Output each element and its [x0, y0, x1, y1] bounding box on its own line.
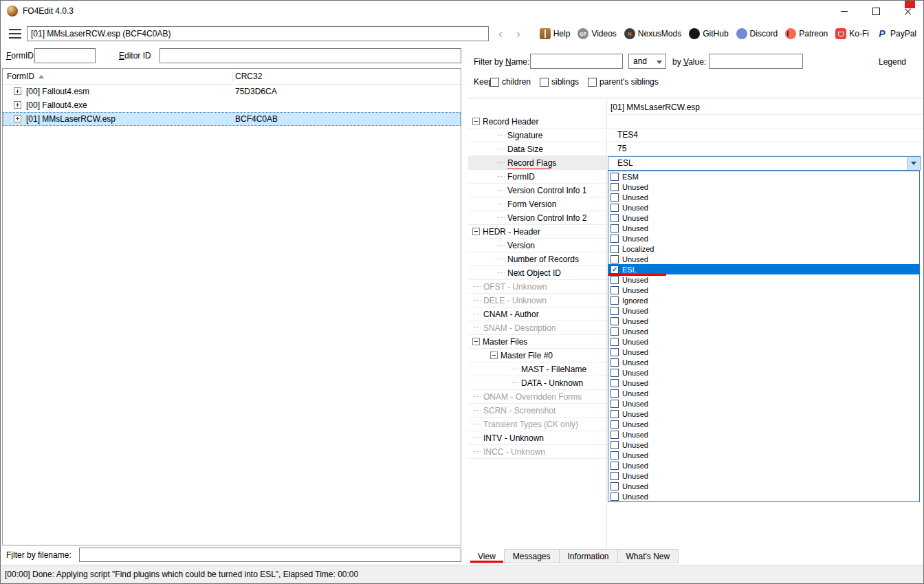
- field-row[interactable]: Master Files: [468, 335, 606, 349]
- flag-option[interactable]: ESL: [608, 264, 919, 274]
- field-row[interactable]: Record Flags: [468, 156, 606, 170]
- checkbox-icon[interactable]: [610, 431, 619, 439]
- checkbox-icon[interactable]: [610, 441, 619, 449]
- flag-option[interactable]: Unused: [608, 326, 919, 336]
- field-row[interactable]: Next Object ID: [468, 266, 606, 280]
- column-divider[interactable]: [232, 71, 233, 82]
- bottom-tab[interactable]: Information: [560, 549, 618, 563]
- collapse-minus-icon[interactable]: [472, 118, 480, 125]
- expand-plus-icon[interactable]: [14, 87, 21, 95]
- field-row[interactable]: Signature: [468, 129, 606, 142]
- checkbox-icon[interactable]: [610, 482, 619, 490]
- bottom-tab[interactable]: What's New: [618, 549, 679, 563]
- flag-option[interactable]: Unused: [608, 419, 919, 429]
- flag-option[interactable]: Localized: [608, 244, 919, 254]
- toolbar-link[interactable]: GP Videos: [578, 28, 616, 39]
- flag-option[interactable]: Unused: [608, 388, 919, 398]
- value-data-size[interactable]: 75: [608, 142, 924, 156]
- checkbox-icon[interactable]: [610, 410, 619, 418]
- checkbox-icon[interactable]: [610, 462, 619, 470]
- filter-name-input[interactable]: [530, 54, 623, 69]
- collapse-minus-icon[interactable]: [490, 352, 498, 359]
- selected-record-input[interactable]: [27, 26, 489, 41]
- checkbox-icon[interactable]: [610, 493, 619, 501]
- flag-option[interactable]: Unused: [608, 254, 919, 264]
- field-row[interactable]: CNAM - Author: [468, 307, 606, 321]
- editorid-input[interactable]: [160, 48, 461, 63]
- flag-option[interactable]: Unused: [608, 481, 919, 491]
- checkbox-icon[interactable]: [610, 235, 619, 243]
- keep-option[interactable]: children: [490, 77, 531, 87]
- field-row[interactable]: Record Header: [468, 115, 606, 129]
- flag-option[interactable]: Unused: [608, 491, 919, 501]
- checkbox-icon[interactable]: [610, 266, 619, 274]
- forward-button[interactable]: ›: [512, 28, 525, 40]
- field-row[interactable]: Version: [468, 239, 606, 252]
- checkbox-icon[interactable]: [610, 472, 619, 480]
- checkbox-icon[interactable]: [610, 400, 619, 408]
- column-header-crc32[interactable]: CRC32: [235, 72, 262, 81]
- checkbox-icon[interactable]: [610, 451, 619, 459]
- flag-option[interactable]: Unused: [608, 429, 919, 440]
- checkbox-icon[interactable]: [610, 214, 619, 222]
- toolbar-link[interactable]: Discord: [736, 28, 778, 39]
- flag-option[interactable]: Unused: [608, 378, 919, 388]
- formid-input[interactable]: [34, 48, 96, 63]
- filter-value-input[interactable]: [709, 54, 803, 69]
- flag-option[interactable]: Unused: [608, 409, 919, 419]
- field-row[interactable]: ONAM - Overridden Forms: [468, 390, 606, 404]
- flag-option[interactable]: Unused: [608, 192, 919, 202]
- flag-option[interactable]: Unused: [608, 213, 919, 223]
- record-flags-combobox[interactable]: ESL: [608, 156, 921, 171]
- checkbox-icon[interactable]: [610, 193, 619, 202]
- filename-filter-input[interactable]: [79, 548, 461, 562]
- legend-link[interactable]: Legend: [879, 57, 906, 67]
- field-row[interactable]: DATA - Unknown: [468, 376, 606, 390]
- checkbox-icon[interactable]: [610, 255, 619, 263]
- checkbox-icon[interactable]: [610, 369, 619, 377]
- flag-option[interactable]: Unused: [608, 274, 919, 285]
- flag-option[interactable]: Unused: [608, 357, 919, 367]
- checkbox-icon[interactable]: [610, 379, 619, 387]
- field-row[interactable]: SCRN - Screenshot: [468, 404, 606, 418]
- checkbox-icon[interactable]: [610, 389, 619, 398]
- checkbox-icon[interactable]: [610, 358, 619, 367]
- value-signature[interactable]: TES4: [608, 129, 924, 142]
- plugin-row[interactable]: [00] Fallout4.esm 75D3D6CA: [3, 85, 461, 98]
- flag-option[interactable]: Unused: [608, 440, 919, 450]
- checkbox-icon[interactable]: [610, 245, 619, 253]
- column-header-formid[interactable]: FormID: [7, 72, 44, 81]
- checkbox-icon[interactable]: [610, 204, 619, 212]
- flag-option[interactable]: Unused: [608, 202, 919, 213]
- checkbox-icon[interactable]: [610, 286, 619, 294]
- flag-option[interactable]: Unused: [608, 223, 919, 233]
- keep-option[interactable]: parent's siblings: [588, 77, 659, 87]
- flag-option[interactable]: ESM: [608, 171, 919, 182]
- flag-option[interactable]: Unused: [608, 233, 919, 244]
- checkbox-icon[interactable]: [610, 296, 619, 305]
- flag-option[interactable]: Unused: [608, 182, 919, 192]
- flag-option[interactable]: Unused: [608, 471, 919, 481]
- flag-option[interactable]: Unused: [608, 316, 919, 326]
- field-row[interactable]: Form Version: [468, 197, 606, 211]
- expand-plus-icon[interactable]: [14, 101, 21, 109]
- checkbox-icon[interactable]: [610, 183, 619, 191]
- back-button[interactable]: ‹: [494, 28, 507, 40]
- field-row[interactable]: Version Control Info 1: [468, 184, 606, 197]
- flag-option[interactable]: Unused: [608, 305, 919, 316]
- field-row[interactable]: HEDR - Header: [468, 225, 606, 239]
- field-row[interactable]: SNAM - Description: [468, 321, 606, 335]
- menu-hamburger-icon[interactable]: [9, 29, 21, 39]
- toolbar-link[interactable]: Patreon: [785, 28, 828, 39]
- toolbar-link[interactable]: Ko-Fi: [835, 28, 869, 39]
- field-row[interactable]: Number of Records: [468, 252, 606, 266]
- flag-option[interactable]: Unused: [608, 450, 919, 460]
- flag-option[interactable]: Unused: [608, 367, 919, 378]
- flag-option[interactable]: Ignored: [608, 295, 919, 305]
- field-row[interactable]: INTV - Unknown: [468, 431, 606, 445]
- field-row[interactable]: DELE - Unknown: [468, 294, 606, 307]
- flag-option[interactable]: Unused: [608, 285, 919, 295]
- field-row[interactable]: Version Control Info 2: [468, 211, 606, 225]
- flag-option[interactable]: Unused: [608, 347, 919, 357]
- bottom-tab[interactable]: View: [470, 549, 505, 563]
